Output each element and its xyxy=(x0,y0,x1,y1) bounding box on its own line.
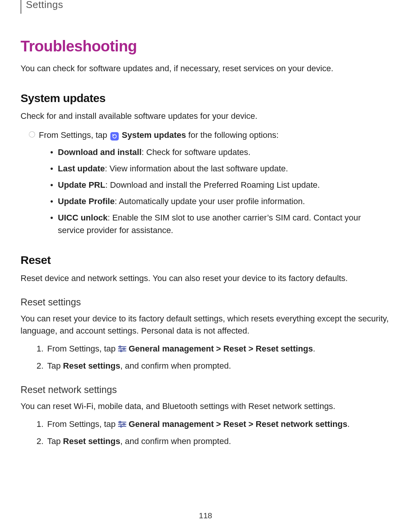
section-system-updates: System updates xyxy=(21,90,390,107)
system-updates-instruction: From Settings, tap System updates for th… xyxy=(21,129,390,141)
reset-network-settings-intro: You can reset Wi-Fi, mobile data, and Bl… xyxy=(21,400,390,412)
section-reset: Reset xyxy=(21,252,390,268)
subsection-reset-network-settings: Reset network settings xyxy=(21,383,390,396)
reset-network-settings-steps: From Settings, tap General management > … xyxy=(21,418,390,447)
system-updates-instruction-text: From Settings, tap System updates for th… xyxy=(39,129,390,141)
header-rule xyxy=(21,0,21,14)
instr-bold: System updates xyxy=(122,130,186,140)
reset-network-step-1: From Settings, tap General management > … xyxy=(37,418,390,430)
dotted-circle-bullet xyxy=(29,131,35,137)
reset-settings-intro: You can reset your device to its factory… xyxy=(21,313,390,337)
option-uicc-unlock: UICC unlock: Enable the SIM slot to use … xyxy=(50,211,390,236)
reset-network-step-2: Tap Reset settings, and confirm when pro… xyxy=(37,435,390,447)
page-number: 118 xyxy=(0,510,411,521)
instr-pre: From Settings, tap xyxy=(39,130,110,140)
reset-settings-steps: From Settings, tap General management > … xyxy=(21,342,390,372)
general-management-icon xyxy=(118,344,129,353)
running-header: Settings xyxy=(21,0,390,18)
option-last-update: Last update: View information about the … xyxy=(50,162,390,175)
reset-settings-step-2: Tap Reset settings, and confirm when pro… xyxy=(37,359,390,372)
general-management-icon xyxy=(118,419,129,429)
header-label: Settings xyxy=(26,0,63,12)
page-intro: You can check for software updates and, … xyxy=(21,62,390,75)
system-updates-intro: Check for and install available software… xyxy=(21,110,390,122)
reset-intro: Reset device and network settings. You c… xyxy=(21,272,390,284)
page-title: Troubleshooting xyxy=(21,35,390,57)
system-updates-icon xyxy=(110,132,119,141)
subsection-reset-settings: Reset settings xyxy=(21,295,390,309)
option-update-profile: Update Profile: Automatically update you… xyxy=(50,195,390,208)
reset-settings-step-1: From Settings, tap General management > … xyxy=(37,342,390,355)
instr-post: for the following options: xyxy=(186,130,279,140)
option-download-install: Download and install: Check for software… xyxy=(50,146,390,158)
option-update-prl: Update PRL: Download and install the Pre… xyxy=(50,179,390,191)
system-updates-options: Download and install: Check for software… xyxy=(21,146,390,236)
